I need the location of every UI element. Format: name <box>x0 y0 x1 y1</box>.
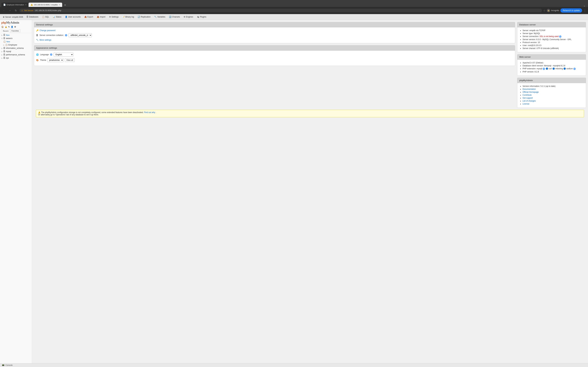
sodium-help-icon[interactable]: ? <box>573 68 576 70</box>
sidebar-awsecs[interactable]: ▽ 🗄 awsecs <box>0 37 32 40</box>
warning-text2: Or alternately go to 'Operations' tab of… <box>38 114 99 116</box>
db-server-item-2: Server connection: SSL is not being used… <box>523 35 584 38</box>
collation-select[interactable]: utf8mb4_unicode_ci <box>69 33 92 37</box>
server-label-text: Server: empdb:3306 <box>5 16 23 18</box>
new-top-label: New <box>6 34 9 36</box>
home-icon[interactable]: 🏠 <box>1 26 4 28</box>
user-icon[interactable]: 👤 <box>11 26 13 28</box>
sidebar-performance-schema[interactable]: ▷ 🗄 performance_schema <box>0 53 32 56</box>
tab-employee-info[interactable]: 📄 Employee Information ✕ <box>1 3 28 7</box>
language-select[interactable]: English <box>54 53 73 57</box>
new-tab-button[interactable]: + <box>63 3 67 7</box>
nav-tab-replication[interactable]: 🔄 Replication <box>136 15 152 19</box>
get-support-link[interactable]: Get support <box>523 97 533 99</box>
info-schema-expand: ▷ <box>1 47 3 49</box>
nav-tab-status[interactable]: 📊 Status <box>51 15 63 19</box>
web-server-body: Apache/2.4.57 (Debian) Database client v… <box>517 60 586 75</box>
export-icon: 📤 <box>84 16 87 18</box>
documentation-link[interactable]: Documentation <box>523 88 536 90</box>
collation-help-icon[interactable]: ? <box>65 34 67 36</box>
language-help-icon[interactable]: ? <box>50 53 52 56</box>
perf-schema-label: performance_schema <box>6 54 25 56</box>
collation-label: Server connection collation: <box>40 34 64 36</box>
sodium-icon: 🔵 <box>563 67 566 70</box>
pma-changes-item: List of changes <box>523 100 584 102</box>
list-of-changes-link[interactable]: List of changes <box>523 100 536 102</box>
tab-overflow-button[interactable]: ⌄ <box>582 4 587 7</box>
official-homepage-link[interactable]: Official Homepage <box>523 91 539 93</box>
nav-tab-databases[interactable]: 🗄 Databases <box>25 15 40 19</box>
web-server-item-2: PHP extension: mysqli ? 🔵 curl 🔵 mbstrin… <box>523 67 584 70</box>
tab-close-2[interactable]: ✕ <box>59 4 60 6</box>
sync-icon[interactable]: ↻ <box>8 26 10 28</box>
relaunch-button[interactable]: Relaunch to update <box>561 8 582 13</box>
left-column: General settings 🔑 Change password 🗄 Ser… <box>34 22 515 110</box>
appearance-settings-header: Appearance settings <box>34 45 515 51</box>
new-db-icon: 🗄 <box>3 34 5 36</box>
incognito-button[interactable]: 🕵 Incognito <box>547 9 559 12</box>
sys-label: sys <box>6 57 9 59</box>
nav-tab-charsets[interactable]: 🔤 Charsets <box>167 15 182 19</box>
info-schema-label: information_schema <box>6 47 24 49</box>
pma-wrapper: 🖥 Server: empdb:3306 🗄 Databases 📋 SQL 📊… <box>0 14 588 367</box>
find-out-why-link[interactable]: Find out why <box>144 111 155 114</box>
browser-menu-button[interactable]: ⋮ <box>583 9 586 12</box>
theme-select[interactable]: pmahomme <box>47 58 63 62</box>
bookmark-button[interactable]: ☆ <box>543 9 545 12</box>
employee-label: Employee <box>8 44 17 46</box>
tab-phpmyadmin[interactable]: ⚠️ 192.168.56.53:8081 / empdbs ✕ <box>28 3 62 7</box>
security-label: Not Secure <box>24 9 33 11</box>
lock-icon[interactable]: 🔒 <box>5 26 7 28</box>
pma-homepage-item: Official Homepage <box>523 91 584 93</box>
pma-logo-area: phpMyAdmin <box>0 20 32 25</box>
nav-tab-export[interactable]: 📤 Export <box>83 15 95 19</box>
sidebar-awsecs-new[interactable]: 📋 New <box>0 40 32 43</box>
view-all-button[interactable]: View all <box>65 58 75 62</box>
databases-icon: 🗄 <box>26 16 28 18</box>
license-link[interactable]: License <box>523 103 529 105</box>
url-text: 192.168.56.53:8081/index.php <box>35 9 540 12</box>
nav-tab-plugins[interactable]: 🔌 Plugins <box>195 15 208 19</box>
sidebar-mysql[interactable]: ▷ 🗄 mysql <box>0 50 32 53</box>
nav-tab-settings[interactable]: ⚙ Settings <box>107 15 120 19</box>
general-settings-panel: General settings 🔑 Change password 🗄 Ser… <box>34 22 515 43</box>
tab-favicon-2: ⚠️ <box>31 4 33 6</box>
nav-tab-user-accounts[interactable]: 👤 User accounts <box>63 15 82 19</box>
logo-icon-row: 🏠 🔒 ↻ 👤 ⚙ <box>0 25 32 29</box>
forward-button[interactable]: → <box>8 8 12 13</box>
settings-icon-sidebar[interactable]: ⚙ <box>14 26 16 28</box>
theme-row: 🎨 Theme pmahomme View all <box>36 58 513 62</box>
database-list: ▷ 🗄 New ▽ 🗄 awsecs 📋 New ▷ <box>0 33 32 60</box>
console-icon: 📟 <box>2 364 4 366</box>
sidebar-sys[interactable]: ▷ 🗄 sys <box>0 56 32 60</box>
pma-content: General settings 🔑 Change password 🗄 Ser… <box>32 20 588 363</box>
console-bar[interactable]: 📟 Console <box>0 363 588 367</box>
back-button[interactable]: ← <box>2 8 6 13</box>
db-server-item-0: Server: empdb via TCP/IP <box>523 29 584 32</box>
pma-version: Version information: 5.2.1 (up to date) <box>523 85 555 87</box>
recent-button[interactable]: Recent <box>1 29 10 32</box>
ssl-help-icon[interactable]: ? <box>559 35 562 38</box>
reload-button[interactable]: ↻ <box>13 8 18 13</box>
nav-tab-engines[interactable]: ⚙ Engines <box>182 15 195 19</box>
key-icon: 🔑 <box>36 29 39 32</box>
nav-tab-import[interactable]: 📥 Import <box>95 15 107 19</box>
sidebar-new-top[interactable]: ▷ 🗄 New <box>0 33 32 37</box>
change-password-link[interactable]: 🔑 Change password <box>36 29 513 32</box>
employee-table-icon: 📋 <box>5 44 8 46</box>
server-label[interactable]: 🖥 Server: empdb:3306 <box>1 15 25 19</box>
address-bar[interactable]: ⚠ Not Secure 192.168.56.53:8081/index.ph… <box>19 9 542 12</box>
mysqli-help-icon[interactable]: ? <box>543 68 545 70</box>
settings-icon: ⚙ <box>109 16 111 18</box>
nav-tab-binary-log[interactable]: 📝 Binary log <box>121 15 136 19</box>
more-settings-link[interactable]: 🔧 More settings <box>36 39 513 41</box>
favorites-button[interactable]: Favorites <box>10 29 20 32</box>
sidebar-information-schema[interactable]: ▷ 🗄 information_schema <box>0 47 32 50</box>
sidebar-employee[interactable]: ▷ 📋 Employee <box>0 43 32 47</box>
pma-topnav: 🖥 Server: empdb:3306 🗄 Databases 📋 SQL 📊… <box>0 14 588 20</box>
nav-tab-variables[interactable]: 🔧 Variables <box>153 15 167 19</box>
contribute-link[interactable]: Contribute <box>523 94 532 96</box>
tab-close-1[interactable]: ✕ <box>25 4 26 6</box>
nav-tab-sql[interactable]: 📋 SQL <box>40 15 51 19</box>
mysql-expand: ▷ <box>1 51 3 52</box>
